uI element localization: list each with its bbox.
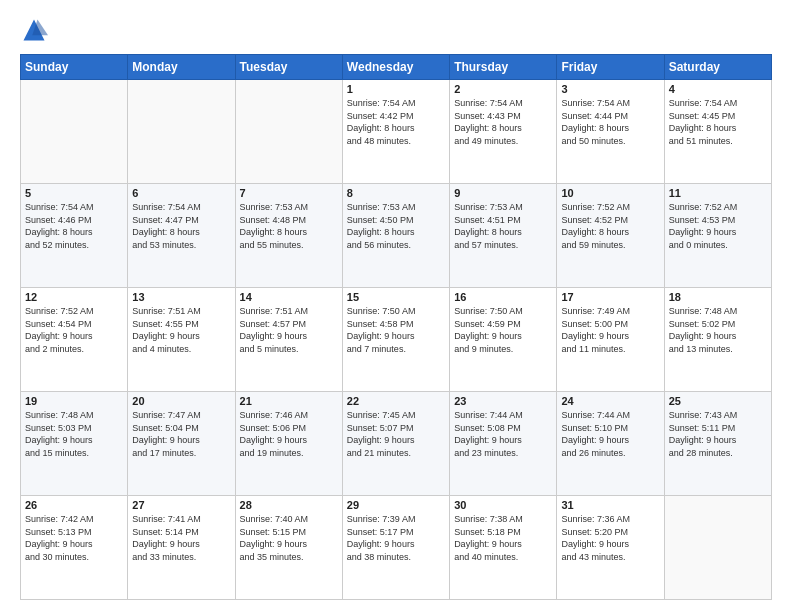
- day-info: Sunrise: 7:53 AM Sunset: 4:51 PM Dayligh…: [454, 201, 552, 251]
- day-number: 5: [25, 187, 123, 199]
- calendar-week-row: 5Sunrise: 7:54 AM Sunset: 4:46 PM Daylig…: [21, 184, 772, 288]
- day-info: Sunrise: 7:53 AM Sunset: 4:48 PM Dayligh…: [240, 201, 338, 251]
- day-info: Sunrise: 7:49 AM Sunset: 5:00 PM Dayligh…: [561, 305, 659, 355]
- calendar-cell: 20Sunrise: 7:47 AM Sunset: 5:04 PM Dayli…: [128, 392, 235, 496]
- day-info: Sunrise: 7:38 AM Sunset: 5:18 PM Dayligh…: [454, 513, 552, 563]
- day-info: Sunrise: 7:52 AM Sunset: 4:54 PM Dayligh…: [25, 305, 123, 355]
- day-number: 7: [240, 187, 338, 199]
- day-info: Sunrise: 7:54 AM Sunset: 4:45 PM Dayligh…: [669, 97, 767, 147]
- day-number: 31: [561, 499, 659, 511]
- day-info: Sunrise: 7:36 AM Sunset: 5:20 PM Dayligh…: [561, 513, 659, 563]
- calendar-cell: 19Sunrise: 7:48 AM Sunset: 5:03 PM Dayli…: [21, 392, 128, 496]
- calendar-cell: [235, 80, 342, 184]
- header: [20, 16, 772, 44]
- calendar-week-row: 12Sunrise: 7:52 AM Sunset: 4:54 PM Dayli…: [21, 288, 772, 392]
- calendar-cell: 14Sunrise: 7:51 AM Sunset: 4:57 PM Dayli…: [235, 288, 342, 392]
- calendar-cell: 4Sunrise: 7:54 AM Sunset: 4:45 PM Daylig…: [664, 80, 771, 184]
- day-info: Sunrise: 7:43 AM Sunset: 5:11 PM Dayligh…: [669, 409, 767, 459]
- calendar-header-cell: Monday: [128, 55, 235, 80]
- calendar-cell: [128, 80, 235, 184]
- day-number: 29: [347, 499, 445, 511]
- day-info: Sunrise: 7:52 AM Sunset: 4:52 PM Dayligh…: [561, 201, 659, 251]
- day-info: Sunrise: 7:53 AM Sunset: 4:50 PM Dayligh…: [347, 201, 445, 251]
- day-info: Sunrise: 7:51 AM Sunset: 4:55 PM Dayligh…: [132, 305, 230, 355]
- calendar-cell: 2Sunrise: 7:54 AM Sunset: 4:43 PM Daylig…: [450, 80, 557, 184]
- logo-icon: [20, 16, 48, 44]
- calendar-cell: 23Sunrise: 7:44 AM Sunset: 5:08 PM Dayli…: [450, 392, 557, 496]
- day-number: 6: [132, 187, 230, 199]
- day-number: 9: [454, 187, 552, 199]
- calendar-header-row: SundayMondayTuesdayWednesdayThursdayFrid…: [21, 55, 772, 80]
- day-info: Sunrise: 7:39 AM Sunset: 5:17 PM Dayligh…: [347, 513, 445, 563]
- day-number: 3: [561, 83, 659, 95]
- day-info: Sunrise: 7:48 AM Sunset: 5:03 PM Dayligh…: [25, 409, 123, 459]
- calendar-cell: 11Sunrise: 7:52 AM Sunset: 4:53 PM Dayli…: [664, 184, 771, 288]
- day-number: 13: [132, 291, 230, 303]
- calendar-cell: 13Sunrise: 7:51 AM Sunset: 4:55 PM Dayli…: [128, 288, 235, 392]
- day-info: Sunrise: 7:48 AM Sunset: 5:02 PM Dayligh…: [669, 305, 767, 355]
- calendar-week-row: 26Sunrise: 7:42 AM Sunset: 5:13 PM Dayli…: [21, 496, 772, 600]
- day-number: 23: [454, 395, 552, 407]
- day-number: 16: [454, 291, 552, 303]
- day-number: 27: [132, 499, 230, 511]
- calendar-body: 1Sunrise: 7:54 AM Sunset: 4:42 PM Daylig…: [21, 80, 772, 600]
- calendar-cell: 29Sunrise: 7:39 AM Sunset: 5:17 PM Dayli…: [342, 496, 449, 600]
- day-number: 12: [25, 291, 123, 303]
- day-number: 24: [561, 395, 659, 407]
- day-number: 11: [669, 187, 767, 199]
- calendar-table: SundayMondayTuesdayWednesdayThursdayFrid…: [20, 54, 772, 600]
- calendar-cell: 7Sunrise: 7:53 AM Sunset: 4:48 PM Daylig…: [235, 184, 342, 288]
- day-number: 20: [132, 395, 230, 407]
- day-number: 4: [669, 83, 767, 95]
- day-info: Sunrise: 7:44 AM Sunset: 5:10 PM Dayligh…: [561, 409, 659, 459]
- calendar-header-cell: Saturday: [664, 55, 771, 80]
- calendar-cell: 3Sunrise: 7:54 AM Sunset: 4:44 PM Daylig…: [557, 80, 664, 184]
- calendar-cell: 21Sunrise: 7:46 AM Sunset: 5:06 PM Dayli…: [235, 392, 342, 496]
- day-number: 18: [669, 291, 767, 303]
- day-number: 17: [561, 291, 659, 303]
- calendar-cell: 25Sunrise: 7:43 AM Sunset: 5:11 PM Dayli…: [664, 392, 771, 496]
- day-number: 15: [347, 291, 445, 303]
- calendar-cell: 9Sunrise: 7:53 AM Sunset: 4:51 PM Daylig…: [450, 184, 557, 288]
- day-info: Sunrise: 7:54 AM Sunset: 4:43 PM Dayligh…: [454, 97, 552, 147]
- day-info: Sunrise: 7:51 AM Sunset: 4:57 PM Dayligh…: [240, 305, 338, 355]
- logo: [20, 16, 52, 44]
- calendar-cell: [21, 80, 128, 184]
- calendar-cell: 15Sunrise: 7:50 AM Sunset: 4:58 PM Dayli…: [342, 288, 449, 392]
- calendar-cell: 17Sunrise: 7:49 AM Sunset: 5:00 PM Dayli…: [557, 288, 664, 392]
- day-info: Sunrise: 7:44 AM Sunset: 5:08 PM Dayligh…: [454, 409, 552, 459]
- day-number: 21: [240, 395, 338, 407]
- calendar-cell: 31Sunrise: 7:36 AM Sunset: 5:20 PM Dayli…: [557, 496, 664, 600]
- day-info: Sunrise: 7:54 AM Sunset: 4:47 PM Dayligh…: [132, 201, 230, 251]
- calendar-header-cell: Tuesday: [235, 55, 342, 80]
- calendar-week-row: 1Sunrise: 7:54 AM Sunset: 4:42 PM Daylig…: [21, 80, 772, 184]
- day-info: Sunrise: 7:47 AM Sunset: 5:04 PM Dayligh…: [132, 409, 230, 459]
- page: SundayMondayTuesdayWednesdayThursdayFrid…: [0, 0, 792, 612]
- calendar-cell: 22Sunrise: 7:45 AM Sunset: 5:07 PM Dayli…: [342, 392, 449, 496]
- day-number: 2: [454, 83, 552, 95]
- calendar-cell: 18Sunrise: 7:48 AM Sunset: 5:02 PM Dayli…: [664, 288, 771, 392]
- day-number: 25: [669, 395, 767, 407]
- calendar-header-cell: Friday: [557, 55, 664, 80]
- calendar-cell: 8Sunrise: 7:53 AM Sunset: 4:50 PM Daylig…: [342, 184, 449, 288]
- day-number: 10: [561, 187, 659, 199]
- calendar-cell: 1Sunrise: 7:54 AM Sunset: 4:42 PM Daylig…: [342, 80, 449, 184]
- calendar-header-cell: Wednesday: [342, 55, 449, 80]
- day-number: 14: [240, 291, 338, 303]
- day-info: Sunrise: 7:52 AM Sunset: 4:53 PM Dayligh…: [669, 201, 767, 251]
- calendar-cell: 16Sunrise: 7:50 AM Sunset: 4:59 PM Dayli…: [450, 288, 557, 392]
- day-info: Sunrise: 7:54 AM Sunset: 4:44 PM Dayligh…: [561, 97, 659, 147]
- calendar-header-cell: Thursday: [450, 55, 557, 80]
- calendar-cell: 6Sunrise: 7:54 AM Sunset: 4:47 PM Daylig…: [128, 184, 235, 288]
- calendar-cell: 28Sunrise: 7:40 AM Sunset: 5:15 PM Dayli…: [235, 496, 342, 600]
- calendar-cell: [664, 496, 771, 600]
- day-info: Sunrise: 7:50 AM Sunset: 4:59 PM Dayligh…: [454, 305, 552, 355]
- calendar-header-cell: Sunday: [21, 55, 128, 80]
- day-number: 28: [240, 499, 338, 511]
- calendar-cell: 5Sunrise: 7:54 AM Sunset: 4:46 PM Daylig…: [21, 184, 128, 288]
- day-info: Sunrise: 7:50 AM Sunset: 4:58 PM Dayligh…: [347, 305, 445, 355]
- calendar-cell: 30Sunrise: 7:38 AM Sunset: 5:18 PM Dayli…: [450, 496, 557, 600]
- calendar-week-row: 19Sunrise: 7:48 AM Sunset: 5:03 PM Dayli…: [21, 392, 772, 496]
- day-info: Sunrise: 7:54 AM Sunset: 4:46 PM Dayligh…: [25, 201, 123, 251]
- day-number: 8: [347, 187, 445, 199]
